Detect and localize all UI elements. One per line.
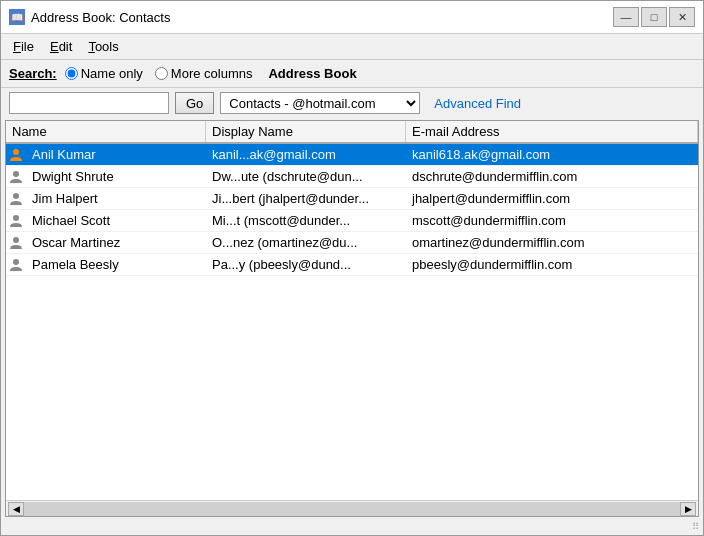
minimize-button[interactable]: — [613, 7, 639, 27]
menu-edit[interactable]: Edit [42, 36, 80, 57]
cell-display: Pa...y (pbeesly@dund... [206, 255, 406, 274]
radio-group: Name only More columns [65, 66, 253, 81]
table-row[interactable]: Dwight Shrute Dw...ute (dschrute@dun... … [6, 166, 698, 188]
person-icon [9, 192, 23, 206]
cell-display: Dw...ute (dschrute@dun... [206, 167, 406, 186]
svg-point-2 [13, 193, 19, 199]
column-header-email[interactable]: E-mail Address [406, 121, 698, 142]
svg-point-3 [13, 215, 19, 221]
cell-email: dschrute@dundermifflin.com [406, 167, 698, 186]
search-label: Search: [9, 66, 57, 81]
cell-email: mscott@dundermifflin.com [406, 211, 698, 230]
row-icon [6, 214, 26, 228]
cell-display: kanil...ak@gmail.com [206, 145, 406, 164]
radio-name-only-label[interactable]: Name only [65, 66, 143, 81]
main-window: 📖 Address Book: Contacts — □ ✕ File Edit… [0, 0, 704, 536]
row-icon [6, 192, 26, 206]
table-row[interactable]: Anil Kumar kanil...ak@gmail.com kanil618… [6, 144, 698, 166]
row-icon [6, 170, 26, 184]
row-icon [6, 258, 26, 272]
cell-name: Pamela Beesly [26, 255, 206, 274]
person-icon [9, 258, 23, 272]
window-icon: 📖 [9, 9, 25, 25]
radio-more-columns-label[interactable]: More columns [155, 66, 253, 81]
table-row[interactable]: Pamela Beesly Pa...y (pbeesly@dund... pb… [6, 254, 698, 276]
row-icon [6, 148, 26, 162]
cell-email: jhalpert@dundermifflin.com [406, 189, 698, 208]
advanced-find-link[interactable]: Advanced Find [434, 96, 521, 111]
title-bar: 📖 Address Book: Contacts — □ ✕ [1, 1, 703, 34]
svg-point-5 [13, 259, 19, 265]
scroll-track[interactable] [24, 502, 680, 516]
person-icon [9, 214, 23, 228]
cell-name: Jim Halpert [26, 189, 206, 208]
window-controls: — □ ✕ [613, 7, 695, 27]
contacts-table: Name Display Name E-mail Address Anil Ku… [5, 120, 699, 517]
scroll-left-arrow[interactable]: ◀ [8, 502, 24, 516]
address-book-dropdown[interactable]: Contacts - @hotmail.com All Contacts [220, 92, 420, 114]
window-title: Address Book: Contacts [31, 10, 613, 25]
table-body[interactable]: Anil Kumar kanil...ak@gmail.com kanil618… [6, 144, 698, 500]
search-input[interactable] [9, 92, 169, 114]
cell-name: Dwight Shrute [26, 167, 206, 186]
row-icon [6, 236, 26, 250]
person-icon [9, 236, 23, 250]
address-book-label: Address Book [268, 66, 356, 81]
column-header-name[interactable]: Name [6, 121, 206, 142]
table-row[interactable]: Jim Halpert Ji...bert (jhalpert@dunder..… [6, 188, 698, 210]
radio-name-only[interactable] [65, 67, 78, 80]
menu-bar: File Edit Tools [1, 34, 703, 60]
person-icon [9, 170, 23, 184]
cell-email: pbeesly@dundermifflin.com [406, 255, 698, 274]
scroll-right-arrow[interactable]: ▶ [680, 502, 696, 516]
table-row[interactable]: Oscar Martinez O...nez (omartinez@du... … [6, 232, 698, 254]
svg-point-1 [13, 171, 19, 177]
person-icon [9, 148, 23, 162]
table-header: Name Display Name E-mail Address [6, 121, 698, 144]
radio-more-columns[interactable] [155, 67, 168, 80]
cell-name: Michael Scott [26, 211, 206, 230]
cell-email: omartinez@dundermifflin.com [406, 233, 698, 252]
go-button[interactable]: Go [175, 92, 214, 114]
cell-display: O...nez (omartinez@du... [206, 233, 406, 252]
toolbar: Search: Name only More columns Address B… [1, 60, 703, 88]
maximize-button[interactable]: □ [641, 7, 667, 27]
menu-file[interactable]: File [5, 36, 42, 57]
table-row[interactable]: Michael Scott Mi...t (mscott@dunder... m… [6, 210, 698, 232]
search-row: Go Contacts - @hotmail.com All Contacts … [1, 88, 703, 120]
svg-point-0 [13, 149, 19, 155]
close-button[interactable]: ✕ [669, 7, 695, 27]
cell-display: Mi...t (mscott@dunder... [206, 211, 406, 230]
cell-name: Oscar Martinez [26, 233, 206, 252]
cell-email: kanil618.ak@gmail.com [406, 145, 698, 164]
resize-grip[interactable]: ⠿ [692, 521, 699, 532]
column-header-display[interactable]: Display Name [206, 121, 406, 142]
cell-name: Anil Kumar [26, 145, 206, 164]
horizontal-scrollbar[interactable]: ◀ ▶ [6, 500, 698, 516]
cell-display: Ji...bert (jhalpert@dunder... [206, 189, 406, 208]
svg-point-4 [13, 237, 19, 243]
menu-tools[interactable]: Tools [80, 36, 126, 57]
